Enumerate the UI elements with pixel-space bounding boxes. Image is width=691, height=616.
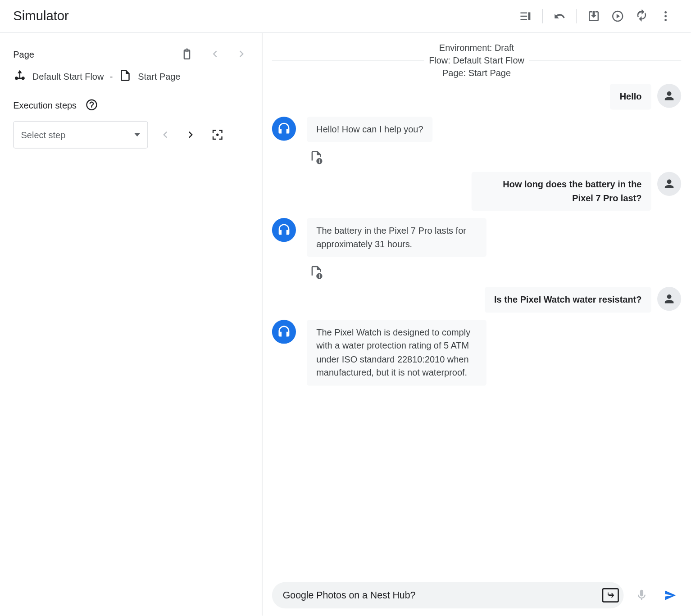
- page-icon: [119, 69, 132, 84]
- context-page: Page: Start Page: [429, 67, 524, 79]
- svg-text:i: i: [318, 273, 320, 279]
- send-icon[interactable]: [659, 584, 681, 606]
- undo-icon[interactable]: [548, 4, 572, 28]
- flow-icon: [13, 69, 26, 84]
- breadcrumb: Default Start Flow - Start Page: [13, 69, 249, 84]
- breadcrumb-sep: -: [110, 71, 113, 82]
- svg-point-1: [664, 11, 667, 14]
- svg-point-2: [664, 15, 667, 17]
- agent-message-row: The battery in the Pixel 7 Pro lasts for…: [272, 218, 681, 280]
- reset-icon[interactable]: [630, 4, 654, 28]
- user-avatar-icon: [657, 84, 681, 108]
- chat-transcript: HelloHello! How can I help you?iHow long…: [263, 84, 691, 576]
- agent-avatar-icon: [272, 218, 296, 242]
- input-bar: [263, 576, 691, 616]
- message-input-pill[interactable]: [272, 582, 624, 609]
- more-icon[interactable]: [654, 4, 677, 28]
- page-section-label: Page: [13, 49, 34, 59]
- user-message-text: Is the Pixel Watch water resistant?: [485, 287, 651, 313]
- agent-message-text: Hello! How can I help you?: [307, 117, 433, 142]
- separator: [542, 9, 543, 23]
- mic-icon[interactable]: [631, 584, 652, 606]
- user-message-text: Hello: [610, 84, 651, 109]
- left-panel: Page Default Start Flow -: [0, 33, 263, 616]
- select-step-placeholder: Select step: [21, 130, 66, 140]
- context-env: Environment: Draft: [429, 41, 524, 54]
- next-page-icon[interactable]: [236, 47, 249, 60]
- document-info-icon[interactable]: i: [309, 264, 323, 280]
- svg-point-3: [664, 19, 667, 21]
- app-title: Simulator: [13, 9, 69, 24]
- download-icon[interactable]: [582, 4, 605, 28]
- submit-enter-icon[interactable]: [602, 588, 619, 602]
- context-flow: Flow: Default Start Flow: [429, 54, 524, 67]
- user-message-row: Hello: [272, 84, 681, 109]
- agent-message-row: The Pixel Watch is designed to comply wi…: [272, 320, 681, 385]
- header-toolbar: [514, 4, 677, 28]
- document-info-icon[interactable]: i: [309, 149, 323, 165]
- agent-avatar-icon: [272, 117, 296, 140]
- next-step-icon[interactable]: [184, 127, 198, 142]
- breadcrumb-page[interactable]: Start Page: [138, 71, 180, 82]
- svg-text:i: i: [318, 159, 320, 164]
- conversation-panel: Environment: Draft Flow: Default Start F…: [263, 33, 691, 616]
- user-message-row: Is the Pixel Watch water resistant?: [272, 287, 681, 313]
- panel-toggle-icon[interactable]: [514, 4, 537, 28]
- agent-message-row: Hello! How can I help you?i: [272, 117, 681, 165]
- help-icon[interactable]: [85, 98, 98, 111]
- agent-avatar-icon: [272, 320, 296, 344]
- user-message-text: How long does the battery in the Pixel 7…: [472, 172, 651, 211]
- simulator-header: Simulator: [0, 0, 691, 33]
- agent-message-text: The Pixel Watch is designed to comply wi…: [307, 320, 486, 385]
- play-icon[interactable]: [606, 4, 630, 28]
- select-step-dropdown[interactable]: Select step: [13, 121, 148, 149]
- context-header: Environment: Draft Flow: Default Start F…: [272, 41, 681, 79]
- user-message-row: How long does the battery in the Pixel 7…: [272, 172, 681, 211]
- execution-steps-label: Execution steps: [13, 100, 77, 110]
- svg-point-4: [216, 134, 218, 136]
- breadcrumb-flow[interactable]: Default Start Flow: [32, 71, 104, 82]
- agent-message-text: The battery in the Pixel 7 Pro lasts for…: [307, 218, 486, 257]
- separator: [576, 9, 577, 23]
- user-avatar-icon: [657, 172, 681, 196]
- message-input[interactable]: [283, 590, 602, 601]
- focus-icon[interactable]: [210, 127, 225, 142]
- clipboard-icon[interactable]: [180, 47, 193, 60]
- user-avatar-icon: [657, 287, 681, 311]
- prev-page-icon[interactable]: [208, 47, 221, 60]
- svg-rect-0: [528, 12, 531, 20]
- prev-step-icon[interactable]: [158, 127, 172, 142]
